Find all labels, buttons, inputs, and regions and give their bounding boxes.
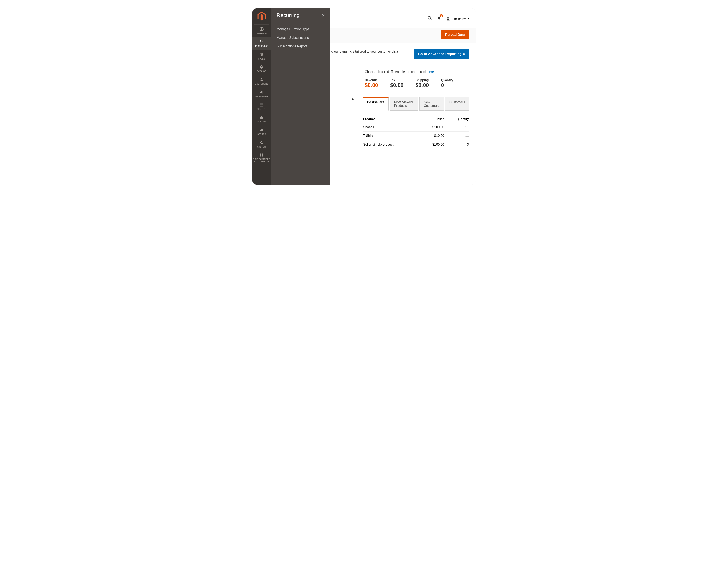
user-menu[interactable]: adminnew ▼ xyxy=(446,17,469,21)
flyout-subscriptions-report[interactable]: Subscriptions Report xyxy=(277,45,324,48)
stat-tax: Tax $0.00 xyxy=(390,78,403,88)
product-tabs: Bestsellers Most Viewed Products New Cus… xyxy=(363,97,469,111)
notification-badge: 2 xyxy=(440,15,443,17)
tab-customers[interactable]: Customers xyxy=(445,97,469,111)
bars-icon xyxy=(259,115,264,120)
magento-logo xyxy=(254,8,269,25)
stat-value: 0 xyxy=(441,82,453,88)
nav-label: SYSTEM xyxy=(257,146,266,148)
reload-data-button[interactable]: Reload Data xyxy=(441,30,469,39)
nav-system[interactable]: SYSTEM xyxy=(252,138,271,150)
flyout-manage-duration[interactable]: Manage Duration Type xyxy=(277,27,324,31)
nav-recurring[interactable]: RECURRING xyxy=(252,37,271,50)
close-icon[interactable]: ✕ xyxy=(322,13,325,18)
flyout-manage-subscriptions[interactable]: Manage Subscriptions xyxy=(277,36,324,40)
col-quantity: Quantity xyxy=(445,115,469,123)
blocks-icon xyxy=(259,152,264,158)
chevron-down-icon: ▼ xyxy=(467,18,469,20)
tab-most-viewed[interactable]: Most Viewed Products xyxy=(390,97,418,111)
nav-label: SALES xyxy=(258,58,265,60)
bestsellers-table: Product Price Quantity Shoes1 $100.00 11 xyxy=(363,115,469,149)
svg-rect-1 xyxy=(260,103,263,107)
table-row[interactable]: T-Shirt $10.00 11 xyxy=(363,132,469,140)
nav-dashboard[interactable]: DASHBOARD xyxy=(252,25,271,37)
svg-rect-5 xyxy=(261,116,262,119)
col-price: Price xyxy=(421,115,445,123)
nav-reports[interactable]: REPORTS xyxy=(252,113,271,125)
nav-label: CONTENT xyxy=(257,108,267,111)
nav-label: REPORTS xyxy=(257,121,267,123)
stat-label: Tax xyxy=(390,78,403,81)
username-label: adminnew xyxy=(452,17,466,21)
nav-content[interactable]: CONTENT xyxy=(252,100,271,113)
svg-line-12 xyxy=(430,19,431,20)
nav-stores[interactable]: STORES xyxy=(252,125,271,138)
svg-point-0 xyxy=(261,78,262,79)
admin-sidebar: DASHBOARD RECURRING $ SALES CATALOG CUST… xyxy=(252,8,271,185)
col-product: Product xyxy=(363,115,421,123)
notifications-icon[interactable]: 2 xyxy=(437,16,441,21)
nav-label: STORES xyxy=(257,133,266,136)
external-link-icon: ⧉ xyxy=(463,53,465,55)
enable-chart-link[interactable]: here xyxy=(427,70,434,73)
box-icon xyxy=(259,65,264,69)
stat-value: $0.00 xyxy=(365,82,378,88)
stat-shipping: Shipping $0.00 xyxy=(416,78,429,88)
gear-icon xyxy=(259,140,264,145)
user-icon xyxy=(446,17,450,21)
table-row[interactable]: Seller simple product $100.00 3 xyxy=(363,140,469,149)
svg-rect-10 xyxy=(262,156,263,157)
nav-label: MARKETING xyxy=(255,95,268,98)
button-label: Go to Advanced Reporting xyxy=(418,52,462,56)
stat-label: Shipping xyxy=(416,78,429,81)
person-icon xyxy=(259,77,264,82)
storefront-icon xyxy=(259,127,264,133)
nav-label: CATALOG xyxy=(257,70,266,73)
stat-label: Revenue xyxy=(365,78,378,81)
nav-label: DASHBOARD xyxy=(255,32,268,35)
stat-value: $0.00 xyxy=(390,82,403,88)
stat-revenue: Revenue $0.00 xyxy=(365,78,378,88)
nav-label: CUSTOMERS xyxy=(255,83,268,85)
flyout-title: Recurring xyxy=(277,12,324,19)
svg-rect-9 xyxy=(260,156,261,157)
gauge-icon xyxy=(259,27,264,32)
megaphone-icon xyxy=(259,90,264,95)
svg-point-11 xyxy=(428,17,431,19)
table-row[interactable]: Shoes1 $100.00 11 xyxy=(363,123,469,132)
nav-label: FIND PARTNERS & EXTENSIONS xyxy=(253,158,270,163)
dollar-icon: $ xyxy=(259,52,264,57)
recurring-flyout: Recurring ✕ Manage Duration Type Manage … xyxy=(271,8,330,185)
stat-label: Quantity xyxy=(441,78,453,81)
tab-bestsellers[interactable]: Bestsellers xyxy=(363,97,389,111)
stat-value: $0.00 xyxy=(416,82,429,88)
svg-rect-6 xyxy=(262,117,263,119)
svg-rect-7 xyxy=(260,154,261,155)
nav-sales[interactable]: $ SALES xyxy=(252,50,271,62)
recurring-icon xyxy=(259,40,264,44)
nav-partners[interactable]: FIND PARTNERS & EXTENSIONS xyxy=(252,150,271,165)
tab-new-customers[interactable]: New Customers xyxy=(419,97,444,111)
nav-customers[interactable]: CUSTOMERS xyxy=(252,75,271,88)
advanced-reporting-button[interactable]: Go to Advanced Reporting ⧉ xyxy=(414,49,469,59)
svg-rect-4 xyxy=(260,117,261,119)
svg-rect-8 xyxy=(262,154,263,155)
search-icon[interactable] xyxy=(427,16,432,22)
nav-label: RECURRING xyxy=(255,45,268,48)
nav-marketing[interactable]: MARKETING xyxy=(252,88,271,100)
layout-icon xyxy=(259,102,264,107)
stat-quantity: Quantity 0 xyxy=(441,78,453,88)
nav-catalog[interactable]: CATALOG xyxy=(252,62,271,75)
svg-point-13 xyxy=(447,17,449,19)
